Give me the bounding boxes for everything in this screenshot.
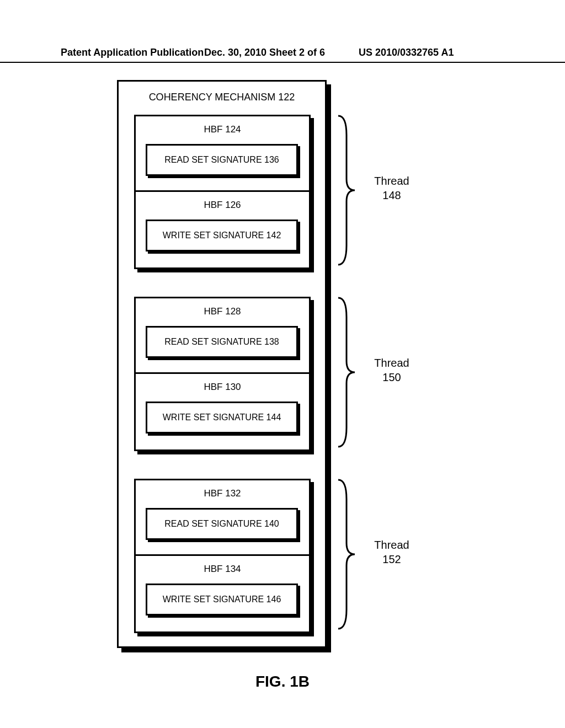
thread-word: Thread — [374, 175, 409, 187]
header-left: Patent Application Publication — [61, 47, 204, 58]
write-sig-box: WRITE SET SIGNATURE 144 — [146, 402, 298, 433]
hbf-write-box: HBF 126 WRITE SET SIGNATURE 142 — [134, 192, 311, 269]
coherency-mechanism-title: COHERENCY MECHANISM 122 — [119, 82, 325, 109]
read-sig-box: READ SET SIGNATURE 138 — [146, 326, 298, 358]
hbf-write-title: HBF 126 — [136, 192, 309, 216]
thread-num: 150 — [382, 371, 401, 383]
thread-group-1: HBF 124 READ SET SIGNATURE 136 HBF 126 W… — [134, 115, 311, 269]
thread-word: Thread — [374, 539, 409, 551]
hbf-write-title: HBF 130 — [136, 374, 309, 398]
coherency-mechanism-box: COHERENCY MECHANISM 122 HBF 124 READ SET… — [117, 80, 327, 648]
thread-group-3: HBF 132 READ SET SIGNATURE 140 HBF 134 W… — [134, 479, 311, 633]
hbf-read-box: HBF 124 READ SET SIGNATURE 136 — [134, 115, 311, 192]
thread-num: 148 — [382, 189, 401, 201]
hbf-write-box: HBF 134 WRITE SET SIGNATURE 146 — [134, 556, 311, 633]
read-sig-box: READ SET SIGNATURE 140 — [146, 508, 298, 540]
hbf-write-title: HBF 134 — [136, 556, 309, 580]
header-right: US 2010/0332765 A1 — [359, 47, 454, 58]
hbf-read-title: HBF 124 — [136, 116, 309, 141]
thread-label-2: Thread 150 — [364, 356, 419, 384]
hbf-read-box: HBF 128 READ SET SIGNATURE 138 — [134, 297, 311, 374]
figure-label: FIG. 1B — [0, 673, 565, 690]
thread-group-2: HBF 128 READ SET SIGNATURE 138 HBF 130 W… — [134, 297, 311, 451]
brace-icon — [335, 113, 358, 267]
hbf-read-title: HBF 128 — [136, 298, 309, 323]
write-sig-box: WRITE SET SIGNATURE 142 — [146, 220, 298, 251]
brace-icon — [335, 295, 358, 449]
hbf-write-box: HBF 130 WRITE SET SIGNATURE 144 — [134, 374, 311, 451]
write-sig-box: WRITE SET SIGNATURE 146 — [146, 584, 298, 615]
thread-label-1: Thread 148 — [364, 174, 419, 202]
thread-num: 152 — [382, 553, 401, 565]
thread-word: Thread — [374, 357, 409, 369]
diagram: COHERENCY MECHANISM 122 HBF 124 READ SET… — [0, 80, 565, 676]
brace-icon — [335, 477, 358, 631]
read-sig-box: READ SET SIGNATURE 136 — [146, 144, 298, 176]
hbf-read-title: HBF 132 — [136, 480, 309, 505]
page-header: Patent Application Publication Dec. 30, … — [0, 47, 565, 63]
header-center: Dec. 30, 2010 Sheet 2 of 6 — [204, 47, 325, 58]
thread-label-3: Thread 152 — [364, 538, 419, 566]
hbf-read-box: HBF 132 READ SET SIGNATURE 140 — [134, 479, 311, 556]
